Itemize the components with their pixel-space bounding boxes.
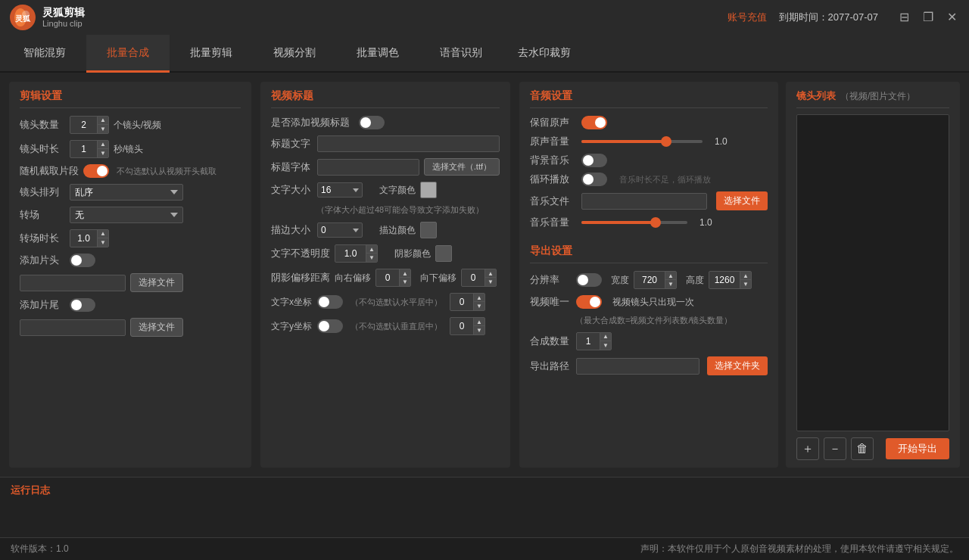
text-y-input[interactable]	[450, 319, 473, 333]
shadow-offset-label: 阴影偏移距离	[271, 271, 330, 285]
title-font-input[interactable]	[317, 159, 419, 176]
unique-hint2: （最大合成数=视频文件列表数/镜头数量）	[575, 315, 732, 326]
choose-font-btn[interactable]: 选择文件（.ttf）	[424, 158, 500, 176]
add-title-toggle[interactable]	[359, 116, 385, 129]
delete-all-shots-btn[interactable]: 🗑	[851, 437, 874, 460]
opacity-input[interactable]	[335, 247, 366, 260]
tab-batch-compose[interactable]: 批量合成	[86, 35, 170, 73]
shadow-right-input[interactable]	[376, 271, 399, 285]
choose-footer-file-btn[interactable]: 选择文件	[130, 318, 183, 337]
shadow-right-down[interactable]: ▼	[400, 278, 410, 286]
shadow-right-spinner[interactable]: ▲ ▼	[375, 269, 411, 287]
shot-count-spinner-btns: ▲ ▼	[97, 117, 108, 133]
text-x-spinner[interactable]: ▲ ▼	[450, 293, 485, 311]
random-clip-toggle[interactable]	[83, 164, 109, 178]
text-x-down[interactable]: ▼	[474, 302, 484, 310]
transition-duration-spinner[interactable]: ▲ ▼	[70, 229, 109, 247]
shadow-color-picker[interactable]	[435, 245, 452, 262]
text-x-toggle[interactable]	[317, 295, 343, 309]
text-y-up[interactable]: ▲	[474, 318, 484, 326]
shot-duration-input[interactable]	[70, 142, 97, 156]
choose-header-file-btn[interactable]: 选择文件	[130, 273, 183, 292]
tab-batch-cut[interactable]: 批量剪辑	[170, 35, 253, 73]
footer-file-input[interactable]	[20, 319, 126, 336]
stroke-size-select[interactable]: 0 1 2	[317, 222, 363, 238]
text-x-up[interactable]: ▲	[474, 294, 484, 302]
resolution-toggle[interactable]	[576, 273, 602, 287]
minimize-button[interactable]: ⊟	[896, 10, 912, 25]
header-file-input[interactable]	[20, 275, 126, 291]
opacity-up[interactable]: ▲	[366, 245, 377, 254]
text-y-spinner[interactable]: ▲ ▼	[450, 317, 485, 335]
choose-folder-btn[interactable]: 选择文件夹	[707, 356, 768, 375]
add-footer-toggle[interactable]	[70, 298, 95, 312]
log-title: 运行日志	[11, 484, 958, 497]
account-recharge-link[interactable]: 账号充值	[728, 11, 767, 24]
width-spinner[interactable]: ▲ ▼	[634, 271, 677, 289]
music-file-input[interactable]	[581, 193, 707, 210]
shadow-down-down[interactable]: ▼	[485, 278, 496, 286]
opacity-down[interactable]: ▼	[366, 254, 377, 262]
font-size-select[interactable]: 16 24 32 48	[317, 182, 363, 198]
width-down[interactable]: ▼	[665, 280, 676, 288]
bg-music-toggle[interactable]	[581, 154, 607, 167]
music-vol-slider-track[interactable]	[581, 221, 687, 224]
export-path-input[interactable]	[576, 358, 699, 375]
compose-count-down[interactable]: ▼	[600, 341, 611, 350]
unique-video-toggle[interactable]	[576, 295, 602, 309]
shadow-right-up[interactable]: ▲	[400, 269, 410, 278]
height-spinner[interactable]: ▲ ▼	[709, 271, 752, 289]
height-input[interactable]	[709, 273, 740, 287]
tab-speech-rec[interactable]: 语音识别	[419, 35, 503, 73]
text-x-input[interactable]	[450, 295, 473, 309]
add-shot-btn[interactable]: ＋	[796, 437, 819, 460]
width-up[interactable]: ▲	[665, 272, 676, 280]
loop-play-label: 循环播放	[530, 173, 575, 186]
tab-remove-wm[interactable]: 去水印裁剪	[503, 35, 586, 73]
add-header-toggle[interactable]	[70, 254, 95, 267]
remove-shot-btn[interactable]: －	[824, 437, 846, 460]
keep-audio-toggle[interactable]	[581, 116, 607, 129]
shot-duration-down[interactable]: ▼	[98, 149, 108, 157]
shot-count-input[interactable]	[70, 118, 97, 132]
orig-vol-thumb[interactable]	[661, 136, 671, 147]
tab-batch-color[interactable]: 批量调色	[336, 35, 419, 73]
restore-button[interactable]: ❐	[920, 10, 936, 25]
compose-count-up[interactable]: ▲	[600, 333, 611, 341]
shot-order-select[interactable]: 乱序 顺序 随机	[70, 184, 183, 201]
choose-music-btn[interactable]: 选择文件	[716, 191, 768, 210]
transition-duration-input[interactable]	[70, 232, 97, 245]
stroke-color-picker[interactable]	[420, 222, 437, 238]
close-button[interactable]: ✕	[944, 10, 960, 25]
shadow-down-input[interactable]	[462, 271, 484, 285]
compose-count-spinner[interactable]: ▲ ▼	[576, 332, 612, 350]
shadow-down-up[interactable]: ▲	[485, 269, 496, 278]
height-up[interactable]: ▲	[740, 272, 751, 280]
height-down[interactable]: ▼	[740, 280, 751, 288]
random-clip-hint: 不勾选默认从视频开头截取	[117, 166, 217, 177]
text-y-toggle[interactable]	[317, 319, 343, 333]
compose-count-input[interactable]	[577, 334, 600, 348]
text-y-down[interactable]: ▼	[474, 326, 484, 334]
opacity-spinner[interactable]: ▲ ▼	[335, 244, 378, 263]
shot-count-down[interactable]: ▼	[98, 125, 108, 133]
shadow-down-spinner[interactable]: ▲ ▼	[461, 269, 497, 287]
font-color-picker[interactable]	[420, 182, 437, 198]
transition-select[interactable]: 无 淡入淡出 滑动	[70, 207, 183, 223]
tab-smart-mix[interactable]: 智能混剪	[3, 35, 86, 73]
tab-split-video[interactable]: 视频分割	[253, 35, 336, 73]
start-export-btn[interactable]: 开始导出	[886, 438, 949, 459]
music-vol-thumb[interactable]	[650, 217, 661, 228]
shot-duration-spinner[interactable]: ▲ ▼	[70, 140, 109, 158]
font-color-label: 文字颜色	[379, 184, 416, 197]
shot-duration-up[interactable]: ▲	[98, 141, 108, 149]
transition-duration-down[interactable]: ▼	[98, 238, 108, 247]
shot-count-spinner[interactable]: ▲ ▼	[70, 116, 109, 134]
orig-vol-slider-track[interactable]	[581, 140, 703, 143]
transition-duration-up[interactable]: ▲	[98, 230, 108, 238]
width-input[interactable]	[634, 273, 665, 287]
loop-play-toggle[interactable]	[581, 173, 607, 186]
title-text-input[interactable]	[317, 135, 500, 152]
right-section: 音频设置 保留原声 原声音量	[519, 82, 960, 468]
shot-count-up[interactable]: ▲	[98, 117, 108, 125]
